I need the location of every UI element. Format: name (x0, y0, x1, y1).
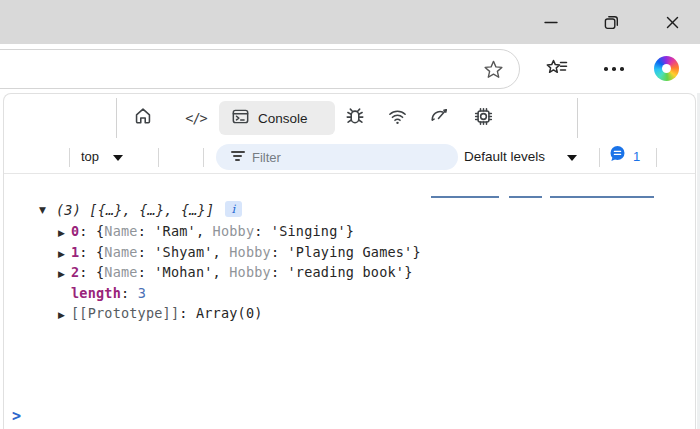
console-array-item[interactable]: ▶1: {Name: 'Shyam', Hobby: 'Playing Game… (4, 242, 695, 263)
prompt-chevron-icon: > (12, 407, 21, 425)
console-toolbar: top Default levels (4, 141, 695, 174)
copilot-icon[interactable] (654, 56, 679, 81)
tab-console[interactable]: Console (219, 101, 335, 135)
console-log: ▼ (3) [{…}, {…}, {…}] i ▶0: {Name: 'Ram'… (4, 175, 695, 429)
row-text: 2: {Name: 'Mohan', Hobby: 'reading book'… (71, 264, 412, 280)
console-array-item[interactable]: ▶0: {Name: 'Ram', Hobby: 'Singing'} (4, 221, 695, 242)
divider (599, 148, 600, 167)
console-array-item[interactable]: ▶2: {Name: 'Mohan', Hobby: 'reading book… (4, 262, 695, 283)
filter-input[interactable] (252, 145, 447, 169)
console-array-summary[interactable]: ▼ (3) [{…}, {…}, {…}] i (4, 201, 695, 221)
chevron-down-icon (567, 155, 577, 161)
divider (203, 148, 204, 167)
wifi-icon (387, 106, 408, 130)
source-link-underline[interactable] (431, 196, 499, 198)
memory-tab[interactable] (472, 107, 494, 129)
info-badge[interactable]: i (225, 201, 242, 217)
row-text: 1: {Name: 'Shyam', Hobby: 'Playing Games… (71, 244, 421, 260)
row-text: 0: {Name: 'Ram', Hobby: 'Singing'} (71, 223, 354, 239)
devtools-panel: </> Console (3, 93, 696, 429)
address-bar[interactable] (0, 49, 520, 89)
window-titlebar (0, 0, 700, 44)
console-prototype-row[interactable]: ▶[[Prototype]]: Array(0) (4, 303, 695, 324)
filter-field[interactable] (216, 144, 458, 170)
favorites-list-icon (545, 56, 569, 82)
chevron-down-icon (113, 155, 123, 161)
favorite-star-icon[interactable] (482, 58, 505, 85)
issue-chat-icon (609, 145, 626, 167)
console-tab-label: Console (258, 111, 308, 126)
array-preview-text: (3) [{…}, {…}, {…}] (56, 202, 214, 218)
debug-tab[interactable] (344, 107, 366, 129)
expand-arrow-icon[interactable]: ▶ (58, 310, 65, 320)
performance-tab[interactable] (428, 107, 450, 129)
row-text: length: 3 (71, 285, 146, 301)
expand-arrow-icon[interactable]: ▶ (58, 269, 65, 279)
close-icon (666, 16, 679, 29)
minimize-icon (544, 15, 558, 29)
console-object-rows: ▶0: {Name: 'Ram', Hobby: 'Singing'}▶1: {… (4, 221, 695, 324)
gauge-icon (429, 106, 450, 130)
divider (656, 148, 657, 167)
restore-icon (604, 15, 619, 30)
sources-tab[interactable]: </> (185, 107, 207, 129)
issues-count: 1 (633, 149, 640, 164)
home-icon (133, 106, 153, 130)
context-selector-label: top (81, 149, 99, 164)
console-terminal-icon (231, 107, 250, 130)
source-link-underline[interactable] (550, 196, 654, 198)
browser-toolbar (0, 44, 700, 93)
browser-menu-button[interactable] (600, 56, 628, 82)
log-levels-label: Default levels (464, 149, 545, 164)
minimize-button[interactable] (534, 8, 568, 36)
divider (577, 98, 578, 138)
divider (116, 98, 117, 138)
issues-counter[interactable]: 1 (609, 145, 640, 167)
chip-icon (473, 106, 494, 131)
favorites-button[interactable] (543, 56, 571, 82)
source-link-underline[interactable] (509, 196, 542, 198)
network-tab[interactable] (386, 107, 408, 129)
divider (158, 148, 159, 167)
restore-button[interactable] (594, 8, 628, 36)
divider (69, 148, 70, 167)
browser-window: </> Console (0, 0, 700, 429)
console-length-row: length: 3 (4, 283, 695, 304)
filter-icon (230, 151, 245, 163)
devtools-tabbar: </> Console (4, 94, 695, 141)
row-text: [[Prototype]]: Array(0) (71, 305, 263, 321)
close-button[interactable] (655, 8, 689, 36)
bug-icon (345, 106, 365, 130)
expand-arrow-icon[interactable]: ▶ (58, 228, 65, 238)
welcome-tab[interactable] (132, 107, 154, 129)
code-icon: </> (185, 110, 206, 126)
ellipsis-menu-icon (604, 67, 624, 71)
console-prompt[interactable]: > (12, 407, 21, 425)
collapse-arrow-icon[interactable]: ▼ (39, 205, 46, 215)
expand-arrow-icon[interactable]: ▶ (58, 249, 65, 259)
